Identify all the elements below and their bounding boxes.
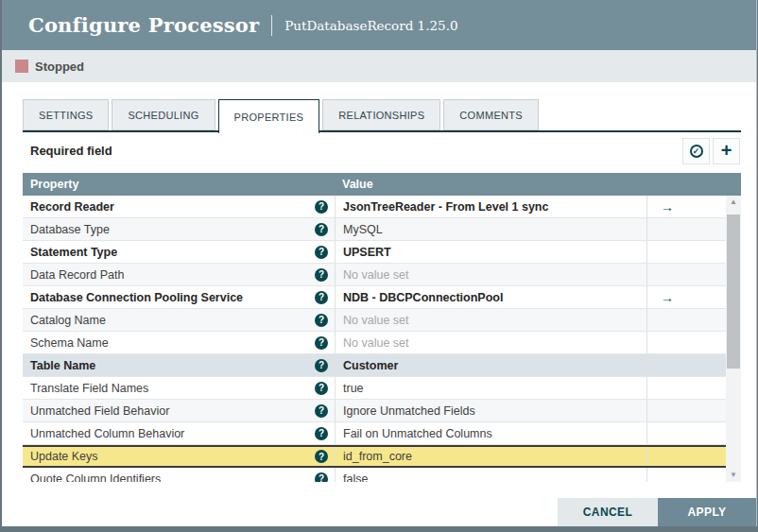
go-to-service-cell [646,422,726,444]
column-header-value: Value [335,178,373,191]
property-name-cell: Table Name? [23,354,335,376]
property-value-cell[interactable]: MySQL [335,218,646,240]
property-name: Data Record Path [30,268,124,282]
property-name: Catalog Name [30,314,106,327]
property-name-cell: Quote Column Identifiers? [23,468,335,482]
go-to-service-cell [646,264,726,285]
plus-icon: + [721,141,732,160]
property-value-cell[interactable]: JsonTreeReader - From Level 1 sync [335,196,646,217]
table-scrollbar[interactable]: ▲ ▼ [726,196,741,482]
help-question-icon[interactable]: ? [315,359,328,372]
property-name-cell: Record Reader? [23,196,335,217]
dialog-footer: CANCEL APPLY [558,498,756,526]
property-name-cell: Update Keys? [23,447,335,466]
help-question-icon[interactable]: ? [315,336,328,350]
table-row[interactable]: Schema Name?No value set [23,332,726,354]
status-label: Stopped [35,60,84,74]
check-circle-icon: ✓ [690,145,703,158]
dialog-title: Configure Processor [28,13,259,37]
table-row[interactable]: Database Type?MySQL [23,218,726,241]
property-name: Record Reader [30,200,114,214]
go-to-service-cell: → [646,196,726,217]
property-name-cell: Statement Type? [23,241,335,263]
go-to-service-cell [646,400,726,421]
property-value-cell[interactable]: NDB - DBCPConnectionPool [335,286,646,308]
property-name: Database Connection Pooling Service [30,291,243,304]
help-question-icon[interactable]: ? [315,246,328,259]
property-name-cell: Catalog Name? [23,309,335,331]
table-row[interactable]: Catalog Name?No value set [23,309,726,332]
tab-relationships[interactable]: RELATIONSHIPS [322,99,440,130]
property-name: Translate Field Names [30,382,148,395]
scrollbar-thumb[interactable] [727,215,740,369]
property-value-cell[interactable]: No value set [335,264,646,285]
go-to-service-arrow-icon[interactable]: → [661,291,674,304]
property-name-cell: Database Connection Pooling Service? [23,286,335,308]
table-row[interactable]: Update Keys?id_from_core [23,445,726,468]
property-name: Unmatched Field Behavior [30,404,169,418]
table-row[interactable]: Unmatched Column Behavior?Fail on Unmatc… [23,422,726,445]
property-value-cell[interactable]: id_from_core [335,447,646,466]
help-question-icon[interactable]: ? [315,291,328,304]
tab-properties[interactable]: PROPERTIES [218,99,320,133]
scrollbar-down-arrow-icon[interactable]: ▼ [726,469,741,482]
help-question-icon[interactable]: ? [315,314,328,327]
property-name: Table Name [30,359,95,372]
property-value-cell[interactable]: true [335,377,646,399]
property-name-cell: Unmatched Column Behavior? [23,422,335,444]
help-question-icon[interactable]: ? [315,450,328,463]
dialog-tabs: SETTINGSSCHEDULINGPROPERTIESRELATIONSHIP… [23,99,539,133]
property-value-cell[interactable]: Fail on Unmatched Columns [335,422,646,444]
scrollbar-up-arrow-icon[interactable]: ▲ [726,196,741,209]
go-to-service-cell [646,241,726,263]
property-value-cell[interactable]: Ignore Unmatched Fields [335,400,646,421]
title-divider [271,15,272,36]
property-name: Statement Type [30,246,117,259]
property-value-cell[interactable]: false [335,468,646,482]
property-name-cell: Translate Field Names? [23,377,335,399]
help-question-icon[interactable]: ? [315,382,328,395]
tab-scheduling[interactable]: SCHEDULING [112,99,215,130]
apply-button[interactable]: APPLY [658,498,756,526]
dialog-header: Configure Processor PutDatabaseRecord 1.… [2,0,756,50]
go-to-service-cell [646,354,726,376]
help-question-icon[interactable]: ? [315,200,328,214]
help-question-icon[interactable]: ? [315,223,328,236]
properties-table-header: Property Value [23,173,741,196]
verify-properties-button[interactable]: ✓ [682,138,710,164]
configure-processor-dialog: Configure Processor PutDatabaseRecord 1.… [2,0,757,526]
add-property-button[interactable]: + [713,138,740,164]
property-value-cell[interactable]: No value set [335,332,646,353]
table-row[interactable]: Translate Field Names?true [23,377,726,400]
property-name: Quote Column Identifiers [30,472,161,483]
go-to-service-arrow-icon[interactable]: → [661,200,674,214]
property-value-cell[interactable]: UPSERT [335,241,646,263]
processor-status-bar: Stopped [2,50,756,82]
help-question-icon[interactable]: ? [315,472,328,483]
properties-table: Property Value Record Reader?JsonTreeRea… [23,173,741,482]
table-row[interactable]: Quote Column Identifiers?false [23,468,726,482]
help-question-icon[interactable]: ? [315,268,328,282]
table-row[interactable]: Database Connection Pooling Service?NDB … [23,286,726,309]
property-value-cell[interactable]: No value set [335,309,646,331]
help-question-icon[interactable]: ? [315,404,328,418]
tab-settings[interactable]: SETTINGS [23,99,109,130]
property-name-cell: Schema Name? [23,332,335,353]
required-field-label: Required field [30,144,112,158]
table-row[interactable]: Data Record Path?No value set [23,264,726,286]
table-row[interactable]: Record Reader?JsonTreeReader - From Leve… [23,196,726,218]
property-name-cell: Data Record Path? [23,264,335,285]
processor-name-version: PutDatabaseRecord 1.25.0 [284,18,457,33]
tab-comments[interactable]: COMMENTS [443,99,539,130]
go-to-service-cell [646,309,726,331]
property-name: Unmatched Column Behavior [30,427,184,440]
stopped-status-icon [15,60,28,73]
property-value-cell[interactable]: Customer [335,354,646,376]
property-name: Update Keys [30,450,98,463]
properties-toolbar: ✓ + [682,138,740,164]
cancel-button[interactable]: CANCEL [558,498,658,526]
table-row[interactable]: Unmatched Field Behavior?Ignore Unmatche… [23,400,726,422]
table-row[interactable]: Statement Type?UPSERT [23,241,726,264]
table-row[interactable]: Table Name?Customer [23,354,726,377]
help-question-icon[interactable]: ? [315,427,328,440]
